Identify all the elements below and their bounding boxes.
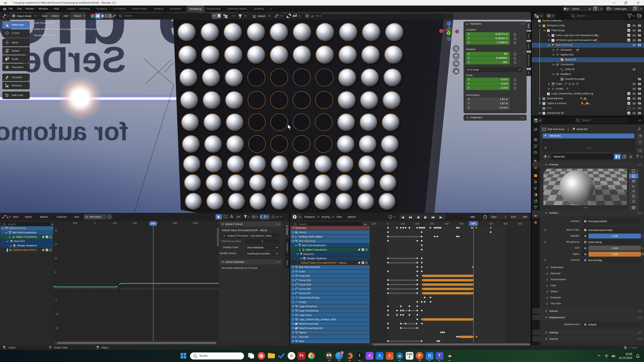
svg-text:X: X [440, 30, 442, 32]
svg-text:ViewLayer: ViewLayer [614, 7, 626, 10]
svg-text:Z: Z [448, 22, 450, 25]
svg-text:Global: Global [258, 14, 265, 17]
svg-text:2: 2 [598, 40, 598, 42]
svg-text:2: 2 [586, 98, 588, 100]
svg-text:Object Mode: Object Mode [17, 14, 32, 17]
svg-text:2: 2 [590, 103, 591, 105]
svg-text:Y: Y [448, 32, 450, 34]
svg-text:a: a [295, 335, 296, 339]
svg-text:2: 2 [598, 35, 598, 37]
svg-text:a: a [295, 235, 296, 238]
svg-text:Scene: Scene [572, 7, 579, 10]
svg-text:3: 3 [582, 98, 584, 100]
svg-text:3: 3 [584, 103, 585, 105]
